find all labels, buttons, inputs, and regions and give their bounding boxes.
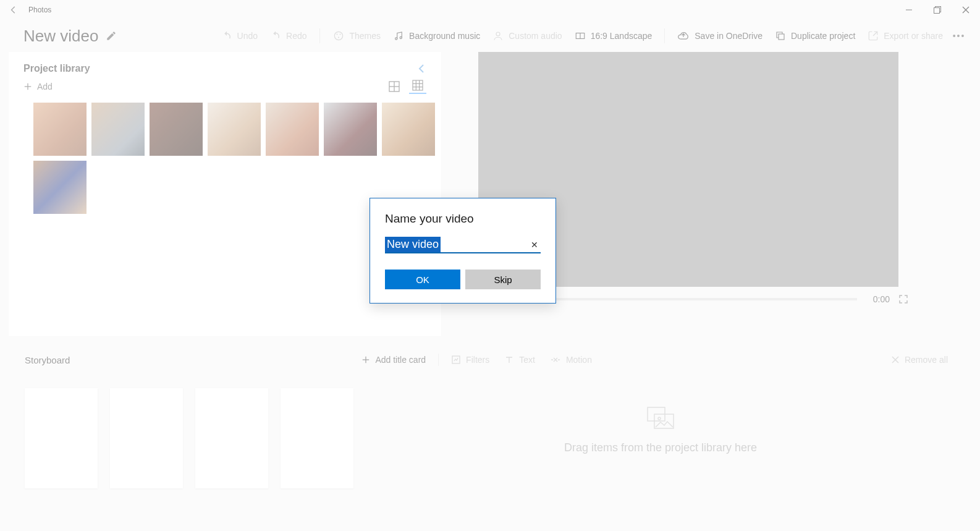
library-heading: Project library xyxy=(23,63,90,74)
storyboard-hint-text: Drag items from the project library here xyxy=(564,441,757,454)
toolbar-separator xyxy=(319,28,320,43)
svg-point-10 xyxy=(400,36,402,38)
storyboard-slot[interactable] xyxy=(25,388,98,488)
svg-point-6 xyxy=(336,34,337,35)
more-button[interactable]: ••• xyxy=(949,31,969,41)
export-button[interactable]: Export or share xyxy=(861,28,949,44)
storyboard-drop-hint: Drag items from the project library here xyxy=(366,388,955,454)
video-name-input[interactable]: New video ✕ xyxy=(385,237,541,253)
library-thumb[interactable] xyxy=(33,161,87,214)
svg-point-33 xyxy=(658,417,661,420)
themes-label: Themes xyxy=(350,31,381,41)
filters-label: Filters xyxy=(466,355,489,365)
motion-label: Motion xyxy=(566,355,592,365)
name-video-dialog: Name your video New video ✕ OK Skip xyxy=(370,198,556,304)
dialog-title: Name your video xyxy=(385,212,541,226)
svg-point-8 xyxy=(338,37,339,38)
save-onedrive-label: Save in OneDrive xyxy=(695,31,762,41)
export-label: Export or share xyxy=(884,31,943,41)
svg-point-5 xyxy=(334,32,342,40)
ok-button[interactable]: OK xyxy=(385,270,460,289)
motion-button[interactable]: Motion xyxy=(543,355,599,365)
svg-point-11 xyxy=(496,32,500,36)
aspect-ratio-button[interactable]: 16:9 Landscape xyxy=(568,28,659,44)
back-button[interactable] xyxy=(6,2,21,17)
aspect-ratio-label: 16:9 Landscape xyxy=(591,31,653,41)
background-music-button[interactable]: Background music xyxy=(387,28,486,44)
library-thumb[interactable] xyxy=(382,103,435,156)
add-label: Add xyxy=(37,82,53,91)
large-grid-view-button[interactable] xyxy=(386,79,403,94)
custom-audio-button[interactable]: Custom audio xyxy=(486,28,568,44)
edit-title-icon[interactable] xyxy=(106,30,117,41)
svg-rect-14 xyxy=(779,34,784,40)
svg-point-9 xyxy=(395,38,397,40)
library-thumb[interactable] xyxy=(150,103,203,156)
remove-all-button[interactable]: Remove all xyxy=(884,355,955,365)
toolbar: New video Undo Redo Themes Background mu… xyxy=(0,20,980,52)
library-thumb[interactable] xyxy=(324,103,377,156)
library-thumb[interactable] xyxy=(266,103,319,156)
add-title-card-button[interactable]: Add title card xyxy=(354,355,433,365)
library-thumb[interactable] xyxy=(91,103,145,156)
small-grid-view-button[interactable] xyxy=(409,79,426,94)
svg-rect-20 xyxy=(413,80,423,90)
minimize-button[interactable] xyxy=(895,0,923,20)
fullscreen-button[interactable] xyxy=(898,294,908,304)
library-thumb[interactable] xyxy=(33,103,87,156)
text-label: Text xyxy=(519,355,535,365)
total-time: 0:00 xyxy=(873,294,890,304)
maximize-button[interactable] xyxy=(923,0,952,20)
library-thumbnails xyxy=(9,100,441,214)
background-music-label: Background music xyxy=(409,31,480,41)
toolbar-separator xyxy=(664,28,665,43)
add-media-button[interactable]: Add xyxy=(23,82,53,91)
svg-rect-2 xyxy=(934,8,940,14)
undo-label: Undo xyxy=(237,31,258,41)
storyboard-slot[interactable] xyxy=(110,388,183,488)
svg-point-7 xyxy=(339,34,340,35)
app-name: Photos xyxy=(28,6,51,14)
custom-audio-label: Custom audio xyxy=(509,31,562,41)
filters-button[interactable]: Filters xyxy=(444,355,497,365)
redo-button[interactable]: Redo xyxy=(264,28,313,44)
redo-label: Redo xyxy=(286,31,306,41)
storyboard-panel: Storyboard Add title card Filters Text M… xyxy=(0,336,980,488)
themes-button[interactable]: Themes xyxy=(326,27,387,45)
storyboard-separator xyxy=(438,354,439,366)
video-name-input-value: New video xyxy=(385,237,441,252)
close-button[interactable] xyxy=(952,0,980,20)
storyboard-slot[interactable] xyxy=(281,388,353,488)
undo-button[interactable]: Undo xyxy=(215,28,264,44)
remove-all-label: Remove all xyxy=(905,355,948,365)
duplicate-button[interactable]: Duplicate project xyxy=(769,28,861,44)
collapse-library-button[interactable] xyxy=(416,64,426,74)
project-title: New video xyxy=(23,27,98,46)
library-thumb[interactable] xyxy=(208,103,261,156)
timeline-scrubber[interactable] xyxy=(530,298,857,300)
storyboard-slot[interactable] xyxy=(195,388,268,488)
save-onedrive-button[interactable]: Save in OneDrive xyxy=(671,27,769,45)
text-button[interactable]: Text xyxy=(497,355,543,365)
clear-input-icon[interactable]: ✕ xyxy=(528,240,541,250)
skip-button[interactable]: Skip xyxy=(465,270,541,289)
storyboard-heading: Storyboard xyxy=(25,355,70,365)
add-title-card-label: Add title card xyxy=(375,355,426,365)
duplicate-label: Duplicate project xyxy=(791,31,855,41)
title-bar: Photos xyxy=(0,0,980,20)
